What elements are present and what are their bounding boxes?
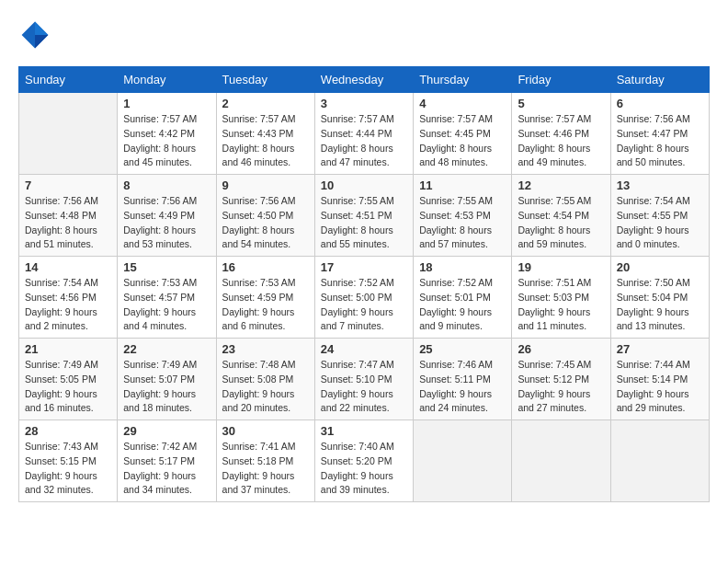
day-info: Sunrise: 7:55 AM Sunset: 4:53 PM Dayligh… <box>419 194 506 252</box>
calendar-cell <box>512 420 610 502</box>
day-number: 28 <box>25 424 111 438</box>
calendar-week-1: 1Sunrise: 7:57 AM Sunset: 4:42 PM Daylig… <box>19 93 710 175</box>
day-info: Sunrise: 7:56 AM Sunset: 4:47 PM Dayligh… <box>617 112 703 170</box>
calendar-cell: 21Sunrise: 7:49 AM Sunset: 5:05 PM Dayli… <box>19 339 118 420</box>
day-number: 4 <box>419 97 506 110</box>
day-number: 26 <box>518 342 604 356</box>
day-number: 5 <box>518 97 604 110</box>
day-info: Sunrise: 7:42 AM Sunset: 5:17 PM Dayligh… <box>123 440 210 498</box>
calendar-cell: 8Sunrise: 7:56 AM Sunset: 4:49 PM Daylig… <box>118 175 216 257</box>
logo <box>18 18 57 52</box>
day-number: 1 <box>123 97 210 110</box>
calendar-cell: 30Sunrise: 7:41 AM Sunset: 5:18 PM Dayli… <box>216 420 314 502</box>
calendar-cell: 7Sunrise: 7:56 AM Sunset: 4:48 PM Daylig… <box>19 175 118 257</box>
day-info: Sunrise: 7:44 AM Sunset: 5:14 PM Dayligh… <box>617 358 703 416</box>
column-header-friday: Friday <box>512 67 610 93</box>
day-info: Sunrise: 7:57 AM Sunset: 4:43 PM Dayligh… <box>222 112 309 170</box>
day-number: 8 <box>123 178 210 192</box>
day-info: Sunrise: 7:53 AM Sunset: 4:57 PM Dayligh… <box>123 276 210 334</box>
day-number: 20 <box>617 260 703 274</box>
day-number: 13 <box>617 178 703 192</box>
column-header-saturday: Saturday <box>610 67 709 93</box>
day-info: Sunrise: 7:50 AM Sunset: 5:04 PM Dayligh… <box>617 276 703 334</box>
day-number: 9 <box>222 178 309 192</box>
day-number: 24 <box>321 342 407 356</box>
day-number: 19 <box>518 260 604 274</box>
calendar-cell: 25Sunrise: 7:46 AM Sunset: 5:11 PM Dayli… <box>414 339 512 420</box>
day-info: Sunrise: 7:52 AM Sunset: 5:01 PM Dayligh… <box>419 276 506 334</box>
page-header <box>18 18 710 52</box>
calendar-week-5: 28Sunrise: 7:43 AM Sunset: 5:15 PM Dayli… <box>19 420 710 502</box>
day-info: Sunrise: 7:57 AM Sunset: 4:45 PM Dayligh… <box>419 112 506 170</box>
day-info: Sunrise: 7:40 AM Sunset: 5:20 PM Dayligh… <box>321 440 407 498</box>
day-info: Sunrise: 7:54 AM Sunset: 4:56 PM Dayligh… <box>25 276 111 334</box>
column-header-tuesday: Tuesday <box>216 67 314 93</box>
day-info: Sunrise: 7:55 AM Sunset: 4:54 PM Dayligh… <box>518 194 604 252</box>
calendar-cell: 6Sunrise: 7:56 AM Sunset: 4:47 PM Daylig… <box>610 93 709 175</box>
svg-marker-2 <box>35 35 48 48</box>
day-info: Sunrise: 7:43 AM Sunset: 5:15 PM Dayligh… <box>25 440 111 498</box>
day-number: 7 <box>25 178 111 192</box>
day-info: Sunrise: 7:52 AM Sunset: 5:00 PM Dayligh… <box>321 276 407 334</box>
day-number: 23 <box>222 342 309 356</box>
calendar-cell: 9Sunrise: 7:56 AM Sunset: 4:50 PM Daylig… <box>216 175 314 257</box>
calendar-cell: 26Sunrise: 7:45 AM Sunset: 5:12 PM Dayli… <box>512 339 610 420</box>
day-number: 29 <box>123 424 210 438</box>
calendar-cell: 22Sunrise: 7:49 AM Sunset: 5:07 PM Dayli… <box>118 339 216 420</box>
calendar-cell: 27Sunrise: 7:44 AM Sunset: 5:14 PM Dayli… <box>610 339 709 420</box>
calendar-cell: 3Sunrise: 7:57 AM Sunset: 4:44 PM Daylig… <box>314 93 413 175</box>
column-header-monday: Monday <box>118 67 216 93</box>
calendar-week-4: 21Sunrise: 7:49 AM Sunset: 5:05 PM Dayli… <box>19 339 710 420</box>
calendar-week-3: 14Sunrise: 7:54 AM Sunset: 4:56 PM Dayli… <box>19 257 710 339</box>
day-info: Sunrise: 7:57 AM Sunset: 4:46 PM Dayligh… <box>518 112 604 170</box>
calendar-cell: 17Sunrise: 7:52 AM Sunset: 5:00 PM Dayli… <box>314 257 413 339</box>
day-info: Sunrise: 7:56 AM Sunset: 4:50 PM Dayligh… <box>222 194 309 252</box>
calendar-cell: 28Sunrise: 7:43 AM Sunset: 5:15 PM Dayli… <box>19 420 118 502</box>
day-number: 12 <box>518 178 604 192</box>
calendar-cell: 15Sunrise: 7:53 AM Sunset: 4:57 PM Dayli… <box>118 257 216 339</box>
day-number: 15 <box>123 260 210 274</box>
calendar-cell: 16Sunrise: 7:53 AM Sunset: 4:59 PM Dayli… <box>216 257 314 339</box>
calendar-cell: 20Sunrise: 7:50 AM Sunset: 5:04 PM Dayli… <box>610 257 709 339</box>
day-info: Sunrise: 7:53 AM Sunset: 4:59 PM Dayligh… <box>222 276 309 334</box>
day-number: 10 <box>321 178 407 192</box>
day-info: Sunrise: 7:45 AM Sunset: 5:12 PM Dayligh… <box>518 358 604 416</box>
calendar-cell <box>19 93 118 175</box>
day-number: 22 <box>123 342 210 356</box>
calendar-cell: 23Sunrise: 7:48 AM Sunset: 5:08 PM Dayli… <box>216 339 314 420</box>
day-number: 2 <box>222 97 309 110</box>
day-number: 17 <box>321 260 407 274</box>
calendar-cell <box>414 420 512 502</box>
day-number: 30 <box>222 424 309 438</box>
day-info: Sunrise: 7:51 AM Sunset: 5:03 PM Dayligh… <box>518 276 604 334</box>
day-number: 3 <box>321 97 407 110</box>
calendar-cell: 18Sunrise: 7:52 AM Sunset: 5:01 PM Dayli… <box>414 257 512 339</box>
day-info: Sunrise: 7:54 AM Sunset: 4:55 PM Dayligh… <box>617 194 703 252</box>
calendar-cell: 12Sunrise: 7:55 AM Sunset: 4:54 PM Dayli… <box>512 175 610 257</box>
calendar-cell <box>610 420 709 502</box>
calendar-cell: 13Sunrise: 7:54 AM Sunset: 4:55 PM Dayli… <box>610 175 709 257</box>
calendar-cell: 14Sunrise: 7:54 AM Sunset: 4:56 PM Dayli… <box>19 257 118 339</box>
day-info: Sunrise: 7:41 AM Sunset: 5:18 PM Dayligh… <box>222 440 309 498</box>
calendar-cell: 1Sunrise: 7:57 AM Sunset: 4:42 PM Daylig… <box>118 93 216 175</box>
calendar-cell: 2Sunrise: 7:57 AM Sunset: 4:43 PM Daylig… <box>216 93 314 175</box>
day-number: 31 <box>321 424 407 438</box>
calendar-cell: 31Sunrise: 7:40 AM Sunset: 5:20 PM Dayli… <box>314 420 413 502</box>
day-info: Sunrise: 7:56 AM Sunset: 4:48 PM Dayligh… <box>25 194 111 252</box>
calendar-header-row: SundayMondayTuesdayWednesdayThursdayFrid… <box>19 67 710 93</box>
calendar-cell: 19Sunrise: 7:51 AM Sunset: 5:03 PM Dayli… <box>512 257 610 339</box>
logo-icon <box>18 18 51 52</box>
calendar-cell: 10Sunrise: 7:55 AM Sunset: 4:51 PM Dayli… <box>314 175 413 257</box>
day-number: 27 <box>617 342 703 356</box>
day-number: 6 <box>617 97 703 110</box>
day-info: Sunrise: 7:47 AM Sunset: 5:10 PM Dayligh… <box>321 358 407 416</box>
calendar-cell: 4Sunrise: 7:57 AM Sunset: 4:45 PM Daylig… <box>414 93 512 175</box>
day-info: Sunrise: 7:57 AM Sunset: 4:44 PM Dayligh… <box>321 112 407 170</box>
column-header-wednesday: Wednesday <box>314 67 413 93</box>
calendar-cell: 29Sunrise: 7:42 AM Sunset: 5:17 PM Dayli… <box>118 420 216 502</box>
day-info: Sunrise: 7:48 AM Sunset: 5:08 PM Dayligh… <box>222 358 309 416</box>
day-number: 18 <box>419 260 506 274</box>
day-number: 11 <box>419 178 506 192</box>
column-header-thursday: Thursday <box>414 67 512 93</box>
day-number: 21 <box>25 342 111 356</box>
